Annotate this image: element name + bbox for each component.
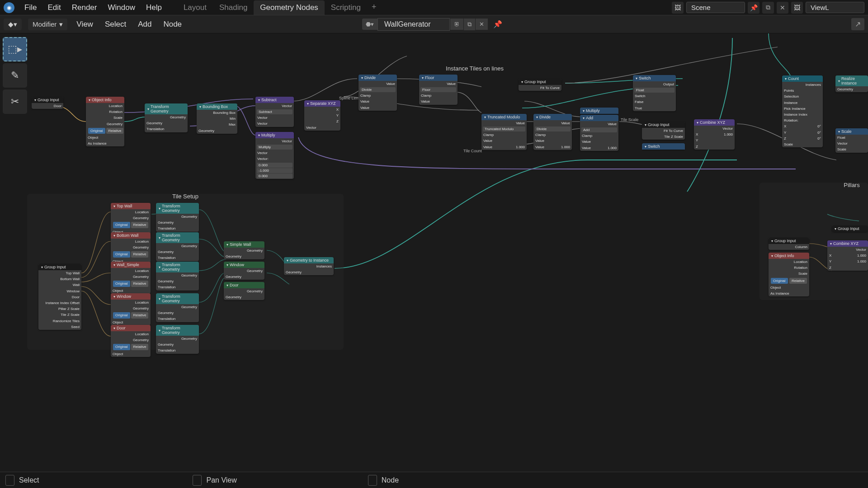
tree-type-dropdown[interactable]: Modifier ▾ <box>28 19 67 30</box>
node-header[interactable]: Group Input <box>38 264 81 270</box>
node-multiply[interactable]: Multiply Vector Multiply Vector Vector: … <box>255 132 294 179</box>
dropdown[interactable]: Multiply <box>257 145 292 150</box>
blender-logo-icon[interactable]: ◉ <box>4 2 14 13</box>
pill[interactable]: Relative <box>131 312 149 318</box>
value[interactable]: 0° <box>817 124 821 129</box>
add-workspace-button[interactable]: + <box>367 0 381 15</box>
tab-shading[interactable]: Shading <box>213 0 254 15</box>
node-editor-canvas[interactable]: Group Input Door Object Info Location Ro… <box>0 33 868 472</box>
value[interactable]: 0° <box>817 136 821 141</box>
node-bottom-wall[interactable]: Bottom Wall Location Geometry OriginalRe… <box>111 232 151 264</box>
node-header[interactable]: Switch <box>633 75 676 81</box>
dropdown[interactable]: Divide <box>360 87 396 92</box>
node-header[interactable]: Group Input <box>32 97 63 103</box>
node-header[interactable]: Group Input <box>769 238 809 244</box>
pill[interactable]: Relative <box>131 281 149 286</box>
dropdown[interactable]: Divide <box>535 127 571 131</box>
dropdown[interactable]: Floor <box>420 87 456 92</box>
node-header[interactable]: Window <box>111 293 151 300</box>
viewlayer-name-input[interactable]: ViewL <box>806 2 864 13</box>
node-transform-geo-3[interactable]: Transform Geometry Geometry Geometry Tra… <box>156 262 199 291</box>
dropdown[interactable]: Float <box>634 88 675 93</box>
node-group-input-b[interactable]: Group Input Fit To Curve <box>519 79 561 91</box>
pin-icon[interactable]: 📌 <box>493 20 502 28</box>
scene-browse-icon[interactable]: 🖼 <box>672 2 684 14</box>
node-object-info-e[interactable]: Object Info Location Rotation Scale Orig… <box>769 253 809 296</box>
dropdown[interactable]: Truncated Modulo <box>483 127 525 131</box>
value[interactable]: 0° <box>817 130 821 135</box>
node-header[interactable]: Add <box>580 115 618 121</box>
node-header[interactable]: Door <box>224 282 264 288</box>
node-window-obj[interactable]: Window Location Geometry OriginalRelativ… <box>111 293 151 325</box>
node-group-input-d[interactable]: Group Input Top Wall Bottom Wall Wall Wi… <box>38 264 81 330</box>
node-header[interactable]: Group Input <box>832 225 868 232</box>
scene-name-input[interactable]: Scene <box>686 2 745 13</box>
node-count[interactable]: Count Instances Points Selection Instanc… <box>782 75 823 147</box>
node-combine-xyz[interactable]: Combine XYZ Vector X1.000 Y Z <box>694 119 735 150</box>
pill[interactable]: Original <box>113 344 130 350</box>
value[interactable]: 0.000 <box>257 163 292 168</box>
node-header[interactable]: Switch <box>642 143 685 150</box>
node-transform-geo-4[interactable]: Transform Geometry Geometry Geometry Tra… <box>156 293 199 322</box>
value[interactable]: 1.000 <box>561 145 570 150</box>
node-header[interactable]: Top Wall <box>111 203 151 209</box>
tool-select-box[interactable]: ⬚▸ <box>3 37 27 61</box>
pill[interactable]: Original <box>113 281 130 286</box>
node-header[interactable]: Separate XYZ <box>304 100 340 107</box>
dropdown[interactable]: Subtract <box>257 109 292 114</box>
node-header[interactable]: Object Info <box>769 253 809 259</box>
node-group-input-e[interactable]: Group Input Column <box>769 238 809 250</box>
copy-scene-icon[interactable]: ⧉ <box>762 2 774 14</box>
header-menu-select[interactable]: Select <box>102 18 129 31</box>
tool-annotate[interactable]: ✎ <box>3 63 27 88</box>
tab-geometry-nodes[interactable]: Geometry Nodes <box>254 0 325 15</box>
node-header[interactable]: Transform Geometry <box>156 325 199 336</box>
node-header[interactable]: Bottom Wall <box>111 232 151 239</box>
node-header[interactable]: Window <box>224 262 264 268</box>
node-header[interactable]: Transform Geometry <box>156 262 199 272</box>
value[interactable]: 1.000 <box>516 145 525 150</box>
node-header[interactable]: Divide <box>359 75 397 81</box>
tool-links-cut[interactable]: ✂ <box>3 89 27 114</box>
unlink-icon[interactable]: ✕ <box>475 19 488 30</box>
node-door[interactable]: Door Geometry Geometry <box>224 282 264 300</box>
node-top-wall[interactable]: Top Wall Location Geometry OriginalRelat… <box>111 203 151 235</box>
node-switch2[interactable]: Switch <box>642 143 685 150</box>
node-header[interactable]: Bounding Box <box>197 103 237 110</box>
value[interactable]: -1.000 <box>257 168 292 173</box>
tab-scripting[interactable]: Scripting <box>325 0 367 15</box>
node-header[interactable]: Geometry to Instance <box>284 257 334 263</box>
node-transform-geometry[interactable]: Transform Geometry Geometry Geometry Tra… <box>145 103 188 132</box>
node-header[interactable]: Simple Wall <box>224 241 264 248</box>
node-wall-simple[interactable]: Wall_Simple Location Geometry OriginalRe… <box>111 262 151 294</box>
node-header[interactable]: Transform Geometry <box>156 232 199 243</box>
node-scale[interactable]: Scale Float Vector Scale <box>835 128 868 153</box>
pill[interactable]: Relative <box>789 278 807 284</box>
node-transform-geo-1[interactable]: Transform Geometry Geometry Geometry Tra… <box>156 203 199 232</box>
node-header[interactable]: Group Input <box>519 79 561 85</box>
menu-render[interactable]: Render <box>67 1 102 14</box>
node-bounding-box[interactable]: Bounding Box Bounding Box Min Max Geomet… <box>197 103 237 134</box>
node-header[interactable]: Realize Instance <box>835 75 868 86</box>
viewlayer-browse-icon[interactable]: 🖼 <box>791 2 803 14</box>
menu-window[interactable]: Window <box>103 1 139 14</box>
node-group-input-f[interactable]: Group Input <box>832 225 868 232</box>
pill[interactable]: Relative <box>131 222 149 228</box>
node-group-input-c[interactable]: Group Input Fit To Curve Tile Z Scale <box>642 122 685 140</box>
node-header[interactable]: Scale <box>835 128 868 135</box>
nodegroup-browse-icon[interactable]: ⬣▾ <box>362 19 377 30</box>
editor-type-dropdown[interactable]: ◆▾ <box>4 19 22 30</box>
node-geometry-to-instance[interactable]: Geometry to Instance Instances Geometry <box>284 257 334 275</box>
node-header[interactable]: Multiply <box>255 132 294 138</box>
shield-icon[interactable]: ⛨ <box>450 19 463 30</box>
pill[interactable]: Relative <box>131 344 149 350</box>
pill[interactable]: Original <box>113 312 130 318</box>
tab-layout[interactable]: Layout <box>177 0 213 15</box>
pill[interactable]: Relative <box>131 251 149 257</box>
node-switch[interactable]: Switch Output Float Switch False True <box>633 75 676 111</box>
node-header[interactable]: Truncated Modulo <box>481 114 527 120</box>
node-header[interactable]: Door <box>111 325 151 331</box>
node-header[interactable]: Transform Geometry <box>156 293 199 304</box>
pill[interactable]: Original <box>771 278 788 284</box>
menu-help[interactable]: Help <box>142 1 166 14</box>
